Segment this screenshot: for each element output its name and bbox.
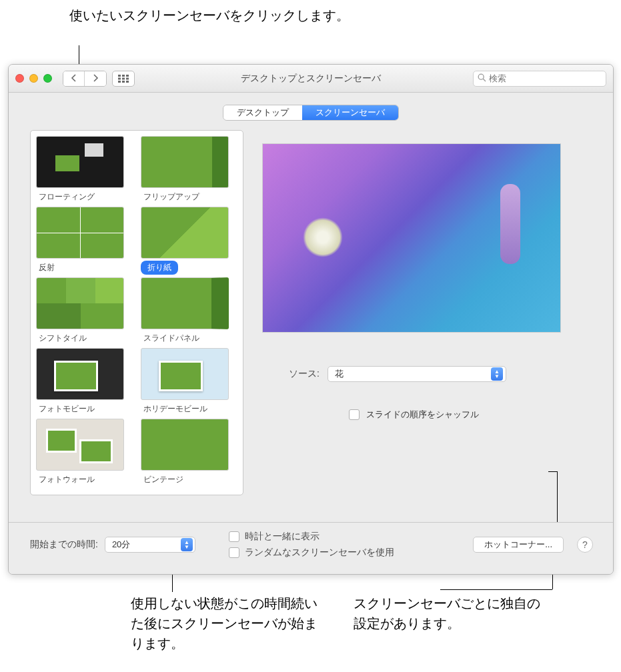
saver-label: フォトウォール bbox=[36, 473, 97, 487]
close-button[interactable] bbox=[15, 74, 24, 83]
source-popup[interactable]: 花 ▲▼ bbox=[328, 366, 506, 382]
saver-item-vintage[interactable]: ビンテージ bbox=[141, 419, 237, 487]
show-all-button[interactable] bbox=[112, 71, 135, 87]
saver-item-holidaymobile[interactable]: ホリデーモビール bbox=[141, 348, 237, 416]
saver-label: ビンテージ bbox=[141, 473, 186, 487]
minimize-button[interactable] bbox=[29, 74, 38, 83]
saver-item-reflection[interactable]: 反射 bbox=[36, 207, 133, 275]
screensaver-preview[interactable] bbox=[262, 143, 561, 333]
callout-bottom-right: スクリーンセーバごとに独自の設定があります。 bbox=[354, 593, 540, 633]
shuffle-checkbox[interactable] bbox=[349, 409, 360, 420]
show-clock-checkbox[interactable] bbox=[229, 531, 239, 542]
shuffle-label: スライドの順序をシャッフル bbox=[366, 409, 479, 421]
saver-label: シフトタイル bbox=[36, 331, 89, 345]
callout-line bbox=[440, 589, 552, 590]
popup-arrows-icon: ▲▼ bbox=[181, 538, 193, 551]
saver-thumb bbox=[36, 207, 124, 259]
saver-thumb bbox=[36, 419, 124, 471]
saver-label: ホリデーモビール bbox=[141, 402, 210, 416]
tab-desktop[interactable]: デスクトップ bbox=[223, 105, 302, 120]
screensaver-list[interactable]: フローティング フリップアップ 反射 折り紙 シフトタイル スライドパネル bbox=[30, 130, 243, 495]
svg-rect-1 bbox=[122, 75, 125, 77]
nav-buttons bbox=[63, 71, 107, 87]
svg-line-10 bbox=[483, 79, 486, 81]
callout-bottom-left: 使用しない状態がこの時間続いた後にスクリーンセーバが始まります。 bbox=[131, 593, 318, 653]
help-icon: ? bbox=[582, 539, 588, 550]
saver-thumb bbox=[36, 348, 124, 400]
saver-thumb bbox=[141, 136, 229, 188]
saver-item-floating[interactable]: フローティング bbox=[36, 136, 133, 204]
content-area: フローティング フリップアップ 反射 折り紙 シフトタイル スライドパネル bbox=[9, 130, 613, 506]
saver-thumb bbox=[36, 277, 124, 329]
svg-point-9 bbox=[478, 74, 484, 79]
search-input[interactable] bbox=[489, 73, 602, 83]
svg-rect-0 bbox=[118, 75, 121, 77]
start-time-value: 20分 bbox=[112, 539, 130, 551]
source-label: ソース: bbox=[289, 368, 320, 380]
show-clock-label: 時計と一緒に表示 bbox=[245, 531, 320, 543]
help-button[interactable]: ? bbox=[577, 537, 593, 553]
svg-rect-6 bbox=[118, 81, 121, 83]
show-clock-row: 時計と一緒に表示 bbox=[229, 531, 394, 543]
saver-thumb bbox=[36, 136, 124, 188]
saver-thumb bbox=[141, 277, 229, 329]
saver-label: フォトモビール bbox=[36, 402, 97, 416]
search-icon bbox=[478, 73, 486, 84]
saver-item-photomobile[interactable]: フォトモビール bbox=[36, 348, 133, 416]
svg-rect-4 bbox=[122, 77, 125, 79]
random-row: ランダムなスクリーンセーバを使用 bbox=[229, 547, 394, 559]
tab-row: デスクトップ スクリーンセーバ bbox=[9, 93, 613, 130]
svg-rect-5 bbox=[126, 77, 129, 79]
saver-item-photowall[interactable]: フォトウォール bbox=[36, 419, 133, 487]
svg-rect-8 bbox=[126, 81, 129, 83]
footer: 開始までの時間: 20分 ▲▼ 時計と一緒に表示 ランダムなスクリーンセーバを使… bbox=[9, 522, 613, 574]
back-button[interactable] bbox=[63, 71, 85, 86]
traffic-lights bbox=[15, 74, 52, 83]
chevron-right-icon bbox=[92, 74, 99, 82]
saver-item-origami[interactable]: 折り紙 bbox=[141, 207, 237, 275]
tab-screensaver[interactable]: スクリーンセーバ bbox=[302, 105, 398, 120]
segmented-control: デスクトップ スクリーンセーバ bbox=[223, 105, 399, 121]
start-time-popup[interactable]: 20分 ▲▼ bbox=[105, 537, 195, 553]
saver-item-shifttile[interactable]: シフトタイル bbox=[36, 277, 133, 345]
popup-arrows-icon: ▲▼ bbox=[491, 367, 503, 381]
hot-corners-button[interactable]: ホットコーナー... bbox=[473, 537, 564, 553]
saver-label: フローティング bbox=[36, 190, 97, 204]
random-checkbox[interactable] bbox=[229, 547, 239, 558]
saver-thumb bbox=[141, 348, 229, 400]
source-row: ソース: 花 ▲▼ bbox=[262, 366, 593, 382]
saver-thumb bbox=[141, 207, 229, 259]
preview-panel: ソース: 花 ▲▼ スライドの順序をシャッフル bbox=[249, 130, 593, 506]
callout-top: 使いたいスクリーンセーバをクリックします。 bbox=[69, 5, 350, 25]
saver-item-flipup[interactable]: フリップアップ bbox=[141, 136, 237, 204]
forward-button[interactable] bbox=[85, 71, 106, 86]
saver-label: 反射 bbox=[36, 261, 57, 275]
saver-thumb bbox=[141, 419, 229, 471]
saver-label: フリップアップ bbox=[141, 190, 202, 204]
titlebar: デスクトップとスクリーンセーバ bbox=[9, 65, 613, 93]
random-label: ランダムなスクリーンセーバを使用 bbox=[245, 547, 394, 559]
start-time-label: 開始までの時間: bbox=[30, 539, 98, 551]
system-preferences-window: デスクトップとスクリーンセーバ デスクトップ スクリーンセーバ フローティング … bbox=[8, 64, 614, 575]
shuffle-row: スライドの順序をシャッフル bbox=[262, 409, 593, 421]
saver-label: スライドパネル bbox=[141, 331, 202, 345]
svg-rect-3 bbox=[118, 77, 121, 79]
search-box[interactable] bbox=[473, 71, 606, 87]
source-value: 花 bbox=[335, 368, 344, 380]
saver-item-slidepanel[interactable]: スライドパネル bbox=[141, 277, 237, 345]
svg-rect-7 bbox=[122, 81, 125, 83]
footer-row: 開始までの時間: 20分 ▲▼ 時計と一緒に表示 ランダムなスクリーンセーバを使… bbox=[30, 531, 593, 559]
svg-rect-2 bbox=[126, 75, 129, 77]
saver-label-selected: 折り紙 bbox=[141, 261, 178, 275]
chevron-left-icon bbox=[71, 74, 77, 82]
grid-icon bbox=[118, 75, 129, 83]
checkbox-group: 時計と一緒に表示 ランダムなスクリーンセーバを使用 bbox=[229, 531, 394, 559]
maximize-button[interactable] bbox=[43, 74, 52, 83]
